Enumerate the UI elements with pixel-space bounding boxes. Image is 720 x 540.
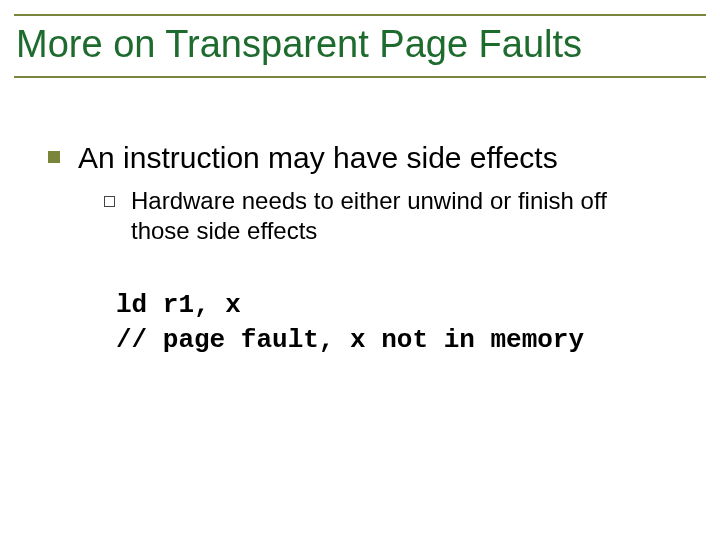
list-item-row: An instruction may have side effects xyxy=(48,140,680,176)
list-item-text: An instruction may have side effects xyxy=(78,140,558,176)
slide: More on Transparent Page Faults An instr… xyxy=(0,0,720,540)
sub-list-item: Hardware needs to either unwind or finis… xyxy=(104,186,680,246)
square-outline-bullet-icon xyxy=(104,196,115,207)
list-item: An instruction may have side effects Har… xyxy=(48,140,680,358)
code-line: // page fault, x not in memory xyxy=(116,325,584,355)
slide-title: More on Transparent Page Faults xyxy=(14,24,706,66)
code-line: ld r1, x xyxy=(116,290,241,320)
code-block: ld r1, x // page fault, x not in memory xyxy=(116,288,680,358)
title-container: More on Transparent Page Faults xyxy=(14,14,706,78)
slide-body: An instruction may have side effects Har… xyxy=(48,140,680,372)
sub-list-item-row: Hardware needs to either unwind or finis… xyxy=(104,186,680,246)
square-bullet-icon xyxy=(48,151,60,163)
sub-list-item-text: Hardware needs to either unwind or finis… xyxy=(131,186,671,246)
